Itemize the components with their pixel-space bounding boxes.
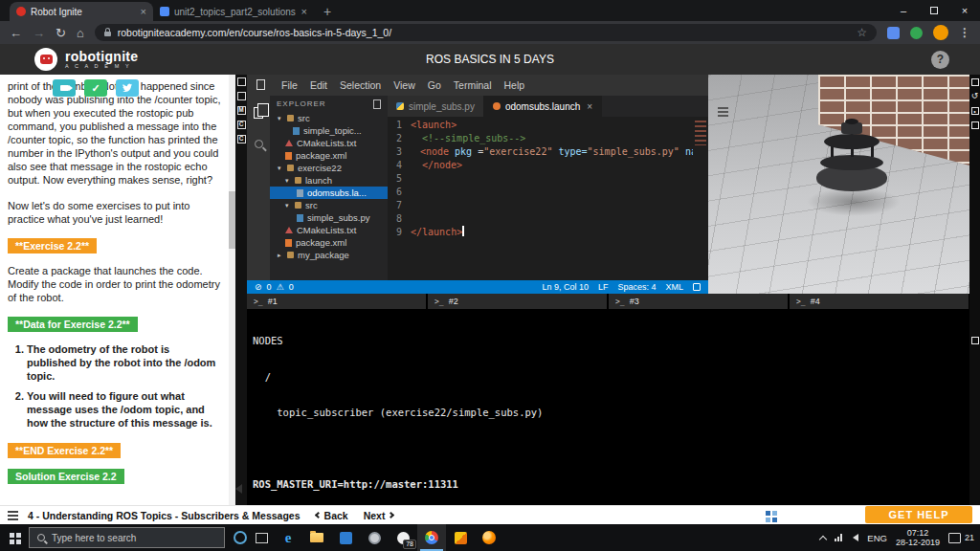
warnings-icon[interactable]: ⚠ — [277, 282, 284, 292]
tree-item-package-xml2[interactable]: package.xml — [270, 236, 388, 249]
code-editor[interactable]: 1<launch> 2<!--simple_subs--> 3<node pkg… — [388, 117, 708, 280]
profile-avatar[interactable] — [933, 25, 948, 40]
indent-indicator[interactable]: Spaces: 4 — [617, 282, 656, 292]
menu-view[interactable]: View — [393, 79, 415, 91]
unit-list-icon[interactable] — [8, 511, 18, 513]
taskbar-app-with-badge[interactable]: 78 — [389, 524, 417, 551]
new-tab-button[interactable]: + — [323, 2, 331, 21]
start-button[interactable] — [0, 524, 29, 551]
twitter-button[interactable] — [116, 79, 139, 97]
cortana-button[interactable] — [234, 531, 247, 544]
get-help-button[interactable]: GET HELP — [865, 506, 972, 523]
apps-grid-icon[interactable] — [766, 511, 770, 516]
language-mode[interactable]: XML — [665, 282, 683, 292]
next-nav-button[interactable]: Next — [364, 510, 394, 521]
volume-icon[interactable] — [853, 534, 858, 541]
tray-overflow-icon[interactable] — [819, 535, 827, 542]
tree-item-simple-topic[interactable]: simple_topic... — [270, 124, 388, 137]
solution-banner[interactable]: Solution Exercise 2.2 — [8, 469, 124, 484]
menu-go[interactable]: Go — [428, 79, 441, 91]
browser-menu-icon[interactable]: ⋮ — [959, 26, 970, 39]
editor-tab-simple-subs[interactable]: simple_subs.py — [388, 96, 484, 117]
notebook-scrollbar[interactable] — [229, 75, 235, 505]
files-copy-icon[interactable] — [256, 79, 265, 90]
terminal-output[interactable]: NODES / topic_subscriber (exercise22/sim… — [247, 309, 969, 505]
tree-item-odomsubs-launch[interactable]: odomsubs.la... — [270, 187, 388, 199]
terminal-tab-2[interactable]: >_#2 — [428, 294, 607, 309]
menu-selection[interactable]: Selection — [340, 79, 381, 91]
tree-item-launch[interactable]: ▾launch — [270, 174, 388, 187]
gazebo-camera-icon[interactable]: • — [971, 107, 979, 115]
taskbar-app-edge[interactable]: e — [274, 524, 302, 551]
menu-terminal[interactable]: Terminal — [454, 79, 492, 91]
browser-tab-robot-ignite[interactable]: Robot Ignite × — [10, 2, 153, 21]
scrollbar-thumb[interactable] — [229, 191, 235, 249]
panel-display-icon[interactable] — [237, 92, 246, 100]
cursor-position[interactable]: Ln 9, Col 10 — [542, 282, 589, 292]
gazebo-screen-icon[interactable] — [971, 121, 979, 129]
tree-item-src2[interactable]: ▾src — [270, 199, 388, 211]
terminal-tab-3[interactable]: >_#3 — [609, 294, 788, 309]
home-button[interactable]: ⌂ — [77, 27, 84, 39]
language-indicator[interactable]: ENG — [867, 533, 887, 543]
tab-close-icon[interactable]: × — [587, 101, 592, 112]
panel-c-icon[interactable]: C — [237, 121, 246, 129]
errors-icon[interactable]: ⊘ — [255, 282, 262, 292]
address-bar[interactable]: robotigniteacademy.com/en/course/ros-bas… — [95, 24, 877, 41]
extension-icon[interactable] — [910, 27, 923, 39]
tab-close-icon[interactable]: × — [141, 7, 146, 16]
extension-icon[interactable] — [887, 27, 900, 39]
tree-item-exercise22[interactable]: ▾exercise22 — [270, 162, 388, 174]
action-center-icon[interactable] — [948, 533, 961, 543]
tab-close-icon[interactable]: × — [301, 7, 307, 16]
back-nav-button[interactable]: Back — [316, 510, 348, 521]
taskbar-search[interactable]: Type here to search — [29, 527, 225, 548]
notifications-icon[interactable] — [693, 283, 701, 291]
gazebo-simulation-view[interactable] — [708, 75, 969, 294]
window-minimize-button[interactable]: – — [888, 0, 919, 21]
check-button[interactable]: ✓ — [84, 79, 107, 97]
site-security-icon[interactable] — [104, 32, 111, 36]
tree-item-src[interactable]: ▾src — [270, 112, 388, 124]
gazebo-expand-icon[interactable] — [971, 78, 979, 86]
search-icon[interactable] — [255, 140, 263, 148]
new-file-icon[interactable] — [373, 99, 381, 109]
explorer-icon[interactable] — [254, 107, 263, 119]
gazebo-menu-icon[interactable] — [718, 107, 728, 109]
gazebo-reset-icon[interactable]: ↺ — [971, 93, 979, 100]
taskbar-app-firefox[interactable] — [475, 524, 503, 551]
panel-expand-icon[interactable] — [237, 77, 246, 86]
editor-tab-odomsubs-launch[interactable]: odomsubs.launch × — [484, 96, 602, 117]
tree-item-cmakelists[interactable]: CMakeLists.txt — [270, 137, 388, 149]
clock[interactable]: 07:12 28-12-2019 — [896, 528, 940, 547]
network-icon[interactable] — [835, 534, 844, 541]
panel-collapse-icon[interactable] — [235, 484, 242, 494]
help-button[interactable]: ? — [931, 51, 949, 69]
menu-edit[interactable]: Edit — [310, 79, 327, 91]
window-close-button[interactable]: × — [949, 0, 980, 21]
taskbar-app-editor[interactable] — [446, 524, 475, 551]
menu-file[interactable]: File — [281, 79, 298, 91]
menu-help[interactable]: Help — [504, 79, 525, 91]
forward-button[interactable]: → — [33, 27, 45, 39]
taskbar-app-settings[interactable] — [360, 524, 389, 551]
window-maximize-button[interactable] — [919, 0, 949, 21]
terminal-expand-icon[interactable] — [971, 337, 979, 344]
taskbar-app-store[interactable] — [331, 524, 360, 551]
back-button[interactable]: ← — [10, 27, 22, 39]
bookmark-star-icon[interactable]: ☆ — [857, 26, 867, 39]
video-button[interactable] — [53, 79, 76, 97]
terminal-tab-1[interactable]: >_#1 — [247, 294, 426, 309]
editor-minimap[interactable] — [693, 117, 708, 280]
tree-item-package-xml[interactable]: package.xml — [270, 149, 388, 162]
panel-c2-icon[interactable]: C — [237, 135, 246, 143]
tree-item-simple-subs[interactable]: simple_subs.py — [270, 211, 388, 224]
task-view-button[interactable] — [256, 533, 268, 543]
terminal-tab-4[interactable]: >_#4 — [790, 294, 969, 309]
browser-tab-solutions[interactable]: unit2_topics_part2_solutions × — [153, 2, 314, 21]
tree-item-cmakelists2[interactable]: CMakeLists.txt — [270, 224, 388, 236]
reload-button[interactable]: ↻ — [56, 27, 66, 39]
panel-m-icon[interactable]: M — [237, 106, 246, 115]
eol-indicator[interactable]: LF — [598, 282, 609, 292]
tree-item-my-package[interactable]: ▸my_package — [270, 249, 388, 261]
